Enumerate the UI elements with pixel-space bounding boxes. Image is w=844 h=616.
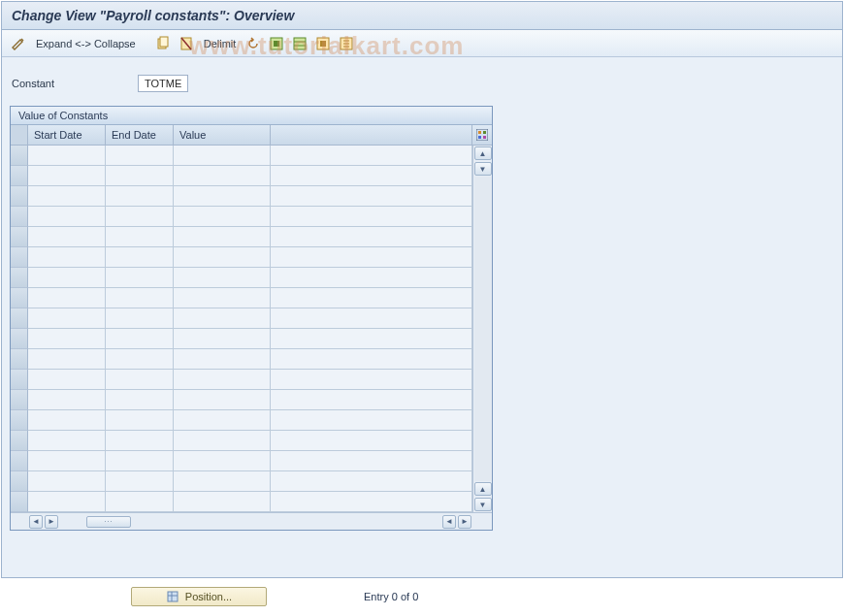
table-settings-button[interactable]	[472, 125, 492, 145]
cell-end-date[interactable]	[106, 431, 174, 451]
row-selector[interactable]	[11, 268, 28, 288]
row-selector[interactable]	[11, 390, 28, 410]
cell-end-date[interactable]	[106, 308, 174, 329]
cell-value[interactable]	[174, 410, 271, 431]
hscroll-track[interactable]: ∙∙∙	[59, 516, 441, 528]
undo-change-icon[interactable]	[244, 35, 262, 52]
display-overview-icon[interactable]	[338, 35, 355, 52]
hscroll-thumb[interactable]: ∙∙∙	[86, 516, 131, 528]
hscroll-right-button[interactable]: ►	[45, 515, 58, 529]
cell-end-date[interactable]	[106, 329, 174, 349]
cell-value[interactable]	[174, 166, 271, 186]
cell-start-date[interactable]	[28, 268, 106, 288]
row-selector[interactable]	[11, 207, 28, 227]
column-header-end-date[interactable]: End Date	[106, 125, 174, 145]
delimit-button[interactable]: Delimit	[201, 38, 240, 49]
scroll-track[interactable]	[474, 177, 492, 481]
row-selector[interactable]	[11, 146, 28, 166]
cell-end-date[interactable]	[106, 227, 174, 247]
cell-end-date[interactable]	[106, 186, 174, 207]
cell-start-date[interactable]	[28, 207, 106, 227]
row-selector[interactable]	[11, 288, 28, 308]
cell-end-date[interactable]	[106, 390, 174, 410]
copy-as-icon[interactable]	[154, 35, 172, 52]
row-selector[interactable]	[11, 186, 28, 207]
row-selector[interactable]	[11, 349, 28, 370]
cell-start-date[interactable]	[28, 492, 106, 512]
cell-end-date[interactable]	[106, 288, 174, 308]
row-selector[interactable]	[11, 410, 28, 431]
hscroll-left-end-button[interactable]: ◄	[442, 515, 456, 529]
scroll-up-button[interactable]: ▲	[474, 146, 492, 160]
cell-end-date[interactable]	[106, 166, 174, 186]
cell-start-date[interactable]	[28, 471, 106, 492]
cell-end-date[interactable]	[106, 492, 174, 512]
cell-end-date[interactable]	[106, 410, 174, 431]
cell-value[interactable]	[174, 288, 271, 308]
scroll-page-up-button[interactable]: ▼	[474, 162, 492, 176]
cell-value[interactable]	[174, 146, 271, 166]
cell-start-date[interactable]	[28, 370, 106, 390]
row-selector[interactable]	[11, 431, 28, 451]
horizontal-scrollbar[interactable]: ◄ ► ∙∙∙ ◄ ►	[11, 512, 492, 530]
cell-start-date[interactable]	[28, 146, 106, 166]
cell-start-date[interactable]	[28, 247, 106, 268]
row-selector[interactable]	[11, 166, 28, 186]
cell-end-date[interactable]	[106, 349, 174, 370]
column-header-start-date[interactable]: Start Date	[28, 125, 106, 145]
cell-start-date[interactable]	[28, 329, 106, 349]
cell-value[interactable]	[174, 308, 271, 329]
cell-end-date[interactable]	[106, 146, 174, 166]
constant-value-field[interactable]: TOTME	[138, 75, 188, 92]
cell-start-date[interactable]	[28, 431, 106, 451]
hscroll-left-button[interactable]: ◄	[29, 515, 43, 529]
cell-value[interactable]	[174, 431, 271, 451]
row-selector[interactable]	[11, 451, 28, 471]
cell-start-date[interactable]	[28, 410, 106, 431]
cell-value[interactable]	[174, 370, 271, 390]
row-selector[interactable]	[11, 227, 28, 247]
cell-end-date[interactable]	[106, 268, 174, 288]
cell-start-date[interactable]	[28, 451, 106, 471]
cell-start-date[interactable]	[28, 308, 106, 329]
cell-value[interactable]	[174, 207, 271, 227]
toggle-display-change-icon[interactable]	[10, 35, 27, 52]
column-header-value[interactable]: Value	[174, 125, 271, 145]
cell-value[interactable]	[174, 390, 271, 410]
hscroll-right-end-button[interactable]: ►	[458, 515, 471, 529]
cell-end-date[interactable]	[106, 451, 174, 471]
cell-value[interactable]	[174, 451, 271, 471]
select-block-icon[interactable]	[291, 35, 308, 52]
expand-collapse-button[interactable]: Expand <-> Collapse	[33, 38, 139, 49]
cell-value[interactable]	[174, 227, 271, 247]
cell-start-date[interactable]	[28, 186, 106, 207]
cell-start-date[interactable]	[28, 390, 106, 410]
row-selector[interactable]	[11, 308, 28, 329]
cell-value[interactable]	[174, 329, 271, 349]
cell-value[interactable]	[174, 268, 271, 288]
cell-end-date[interactable]	[106, 247, 174, 268]
cell-value[interactable]	[174, 349, 271, 370]
row-selector[interactable]	[11, 492, 28, 512]
row-selector[interactable]	[11, 329, 28, 349]
row-selector[interactable]	[11, 370, 28, 390]
select-all-rows-header[interactable]	[11, 125, 28, 145]
cell-start-date[interactable]	[28, 288, 106, 308]
cell-start-date[interactable]	[28, 227, 106, 247]
cell-start-date[interactable]	[28, 349, 106, 370]
delete-icon[interactable]	[178, 35, 195, 52]
cell-value[interactable]	[174, 247, 271, 268]
cell-value[interactable]	[174, 471, 271, 492]
position-button[interactable]: Position...	[131, 587, 267, 606]
scroll-down-button[interactable]: ▼	[474, 498, 492, 511]
cell-end-date[interactable]	[106, 471, 174, 492]
deselect-all-icon[interactable]	[314, 35, 332, 52]
cell-start-date[interactable]	[28, 166, 106, 186]
row-selector[interactable]	[11, 247, 28, 268]
cell-value[interactable]	[174, 492, 271, 512]
cell-end-date[interactable]	[106, 370, 174, 390]
vertical-scrollbar[interactable]: ▲ ▼ ▲ ▼	[472, 146, 492, 512]
cell-value[interactable]	[174, 186, 271, 207]
scroll-page-down-button[interactable]: ▲	[474, 482, 492, 496]
select-all-icon[interactable]	[268, 35, 285, 52]
